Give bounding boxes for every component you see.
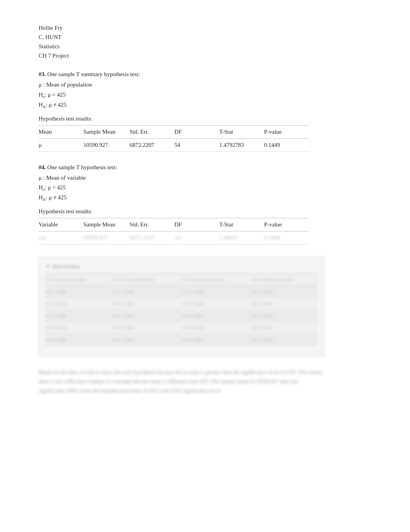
s3-col-std-err: Std. Err.	[130, 125, 175, 138]
s3-row-pvalue: 0.1449	[264, 138, 309, 151]
s4-col-std-err: Std. Err.	[130, 218, 175, 231]
s4-row-df: 54	[175, 231, 219, 245]
s3-data-row: μ 10590.927 6872.2207 54 1.4792783 0.144…	[39, 138, 309, 151]
s4-row-var: var	[39, 231, 83, 245]
section-4-title-text: One sample T hypothesis test:	[47, 164, 117, 170]
s4-col-variable: Variable	[39, 218, 83, 231]
bt-row-2: row 2 data row 2 data row 2 data row 2 d…	[45, 298, 318, 310]
s3-col-sample-mean: Sample Mean	[83, 125, 130, 138]
bt-col1: Col 1 blurred header	[45, 274, 110, 286]
section-4: #4. One sample T hypothesis test: μ : Me…	[39, 164, 371, 245]
s3-row-std-err: 6872.2207	[130, 138, 175, 151]
s4-col-sample-mean: Sample Mean	[83, 218, 130, 231]
header-block: Hollie Fry C. HUNT Statistics CH 7 Proje…	[39, 23, 371, 60]
s4-data-row: var 10590.927 6872.2207 54 1.48027 0.144…	[39, 231, 309, 245]
instructor: C. HUNT	[39, 32, 371, 42]
conclusion-text: Based on the data, we fail to reject the…	[39, 368, 324, 395]
s3-col-pvalue: P-value	[264, 125, 309, 138]
s4-col-df: DF	[175, 218, 219, 231]
section-3-table: Mean Sample Mean Std. Err. DF T-Stat P-v…	[39, 125, 309, 152]
section-3: #3. One sample T summary hypothesis test…	[39, 71, 371, 152]
s4-col-pvalue: P-value	[264, 218, 309, 231]
section-4-table: Variable Sample Mean Std. Err. DF T-Stat…	[39, 218, 309, 245]
section-3-h0: Ho: μ = 425	[39, 90, 371, 100]
section-3-results-label: Hypothesis test results:	[39, 116, 371, 122]
s4-row-pvalue: 0.1449	[264, 231, 309, 245]
bt-row-4: row 4 data row 4 data row 4 data row 4 d…	[45, 322, 318, 334]
section-3-mu-label: μ : Mean of population	[39, 80, 371, 90]
s3-col-tstat: T-Stat	[219, 125, 264, 138]
section-3-title-text: One sample T summary hypothesis test:	[47, 71, 140, 77]
section-4-ha: HA: μ ≠ 425	[39, 193, 371, 203]
bt-row-1: row 1 data row 1 data row 1 data row 1 d…	[45, 286, 318, 298]
bt-col2: Col 2 blurred header	[110, 274, 179, 286]
s3-row-mu: μ	[39, 138, 83, 151]
section-4-h0: Ho: μ = 425	[39, 183, 371, 193]
s4-row-tstat: 1.48027	[219, 231, 264, 245]
section-4-number: #4.	[39, 164, 46, 170]
bt-col3: Col 3 blurred header	[179, 274, 248, 286]
section-3-number: #3.	[39, 71, 46, 77]
section-4-title: #4. One sample T hypothesis test:	[39, 164, 371, 171]
s4-row-sample-mean: 10590.927	[83, 231, 130, 245]
section-3-ha: HA: μ ≠ 425	[39, 100, 371, 110]
bt-row-5: row 5 data row 5 data row 5 data row 5 d…	[45, 334, 318, 346]
section-3-title: #3. One sample T summary hypothesis test…	[39, 71, 371, 78]
s3-col-mean: Mean	[39, 125, 83, 138]
s4-row-std-err: 6872.2207	[130, 231, 175, 245]
s3-row-sample-mean: 10590.927	[83, 138, 130, 151]
blurred-data-table: ▼ blurred data Col 1 blurred header Col …	[39, 257, 324, 356]
author-name: Hollie Fry	[39, 23, 371, 32]
s3-row-df: 54	[175, 138, 219, 151]
blurred-inner-table: Col 1 blurred header Col 2 blurred heade…	[45, 274, 318, 346]
course: Statistics	[39, 42, 371, 51]
s4-col-tstat: T-Stat	[219, 218, 264, 231]
s3-col-df: DF	[175, 125, 219, 138]
section-4-mu-label: μ : Mean of variable	[39, 173, 371, 183]
s3-row-tstat: 1.4792783	[219, 138, 264, 151]
bt-row-3: row 3 data row 3 data row 3 data row 3 d…	[45, 310, 318, 322]
section-4-results-label: Hypothesis test results:	[39, 208, 371, 215]
bt-col4: Col 4 blurred header	[249, 274, 318, 286]
project: CH 7 Project	[39, 51, 371, 60]
